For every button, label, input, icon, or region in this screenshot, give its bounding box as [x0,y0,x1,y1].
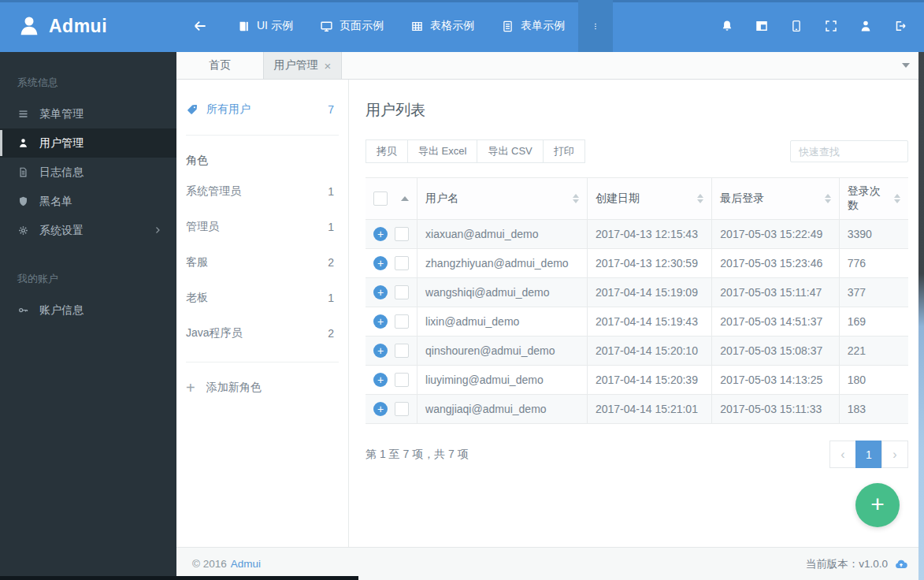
role-item[interactable]: 老板 1 [186,280,339,315]
column-header-last-login[interactable]: 最后登录 [712,178,839,220]
role-name: 系统管理员 [186,184,241,199]
sidebar-item-blacklist[interactable]: 黑名单 [0,187,176,216]
expand-row-button[interactable] [373,285,388,299]
menu-icon [17,108,29,120]
key-icon [17,304,29,316]
layout-toggle-button[interactable] [744,0,779,52]
table-row[interactable]: xiaxuan@admui_demo 2017-04-13 12:15:43 2… [366,220,908,249]
row-checkbox[interactable] [395,402,409,416]
expand-row-button[interactable] [373,227,388,241]
back-button[interactable] [176,0,224,52]
expand-row-button[interactable] [373,256,388,270]
copy-button[interactable]: 拷贝 [366,139,408,163]
row-checkbox[interactable] [395,256,409,270]
sidebar-item-menu-management[interactable]: 菜单管理 [0,99,176,128]
all-users-item[interactable]: 所有用户 7 [186,97,339,122]
search-input[interactable] [790,140,908,162]
export-csv-button[interactable]: 导出 CSV [477,139,543,163]
fullscreen-button[interactable] [814,0,848,52]
add-user-fab[interactable] [855,483,900,527]
shield-icon [17,195,29,207]
nav-item-label: UI 示例 [257,19,293,33]
role-item[interactable]: 系统管理员 1 [186,173,339,209]
nav-item-table-examples[interactable]: 表格示例 [397,0,488,52]
sort-asc-icon[interactable] [401,196,409,201]
tabs-dropdown-caret-icon[interactable] [902,63,910,68]
tab-label: 用户管理 [274,58,318,72]
pagination-page-1[interactable]: 1 [855,441,882,468]
sidebar-item-account-info[interactable]: 账户信息 [0,296,176,325]
version-text: 当前版本：v1.0.0 [806,557,888,571]
tab-user-management[interactable]: 用户管理 × [263,52,342,79]
bell-icon [720,19,734,33]
expand-row-button[interactable] [373,314,388,329]
topbar-actions [710,0,924,52]
select-all-checkbox[interactable] [373,191,388,206]
logout-icon [893,19,907,33]
window-bottom-edge [0,576,358,580]
row-checkbox[interactable] [395,285,409,299]
cell-created: 2017-04-13 12:30:59 [587,249,711,278]
close-icon[interactable]: × [325,59,332,72]
logout-button[interactable] [883,0,918,52]
app-window: Admui UI 示例 页面示例 [0,0,924,580]
nav-more-button[interactable] [578,0,613,52]
add-role-button[interactable]: + 添加新角色 [186,372,339,403]
notifications-button[interactable] [710,0,744,52]
expand-row-button[interactable] [373,344,388,358]
role-item[interactable]: 客服 2 [186,244,339,280]
profile-button[interactable] [848,0,883,52]
footer-brand-link[interactable]: Admui [231,558,261,570]
brand[interactable]: Admui [0,0,176,52]
sidebar-section-account: 我的账户 [0,266,176,296]
file-icon [17,166,29,178]
role-count: 1 [328,292,339,304]
export-button-group: 拷贝 导出 Excel 导出 CSV 打印 [366,139,585,163]
row-checkbox[interactable] [395,227,409,241]
table-row[interactable]: lixin@admui_demo 2017-04-14 15:19:43 201… [366,307,908,336]
table-info: 第 1 至 7 项，共 7 项 [366,448,469,462]
table-row[interactable]: zhangzhiyuan@admui_demo 2017-04-13 12:30… [366,249,908,278]
role-item[interactable]: 管理员 1 [186,209,339,244]
add-role-label: 添加新角色 [206,381,262,395]
sidebar-item-log-info[interactable]: 日志信息 [0,158,176,187]
nav-item-label: 页面示例 [340,19,384,33]
tab-home[interactable]: 首页 [176,52,263,79]
role-item[interactable]: Java程序员 2 [186,315,339,351]
cloud-upload-icon[interactable] [894,557,908,571]
table-row[interactable]: liuyiming@admui_demo 2017-04-14 15:20:39… [366,366,908,395]
cell-username: lixin@admui_demo [417,307,588,336]
cell-login-count: 776 [839,249,908,278]
footer: © 2016 Admui 当前版本：v1.0.0 [176,547,924,580]
row-checkbox[interactable] [395,344,409,358]
devices-button[interactable] [779,0,814,52]
table-row[interactable]: qinshouren@admui_demo 2017-04-14 15:20:1… [366,336,908,366]
pagination-prev-button[interactable]: ‹ [829,441,856,468]
row-checkbox[interactable] [395,373,409,387]
print-button[interactable]: 打印 [543,139,585,163]
column-header-username[interactable]: 用户名 [417,178,588,220]
cell-username: xiaxuan@admui_demo [417,220,588,249]
table-row[interactable]: wangjiaqi@admui_demo 2017-04-14 15:21:01… [366,395,908,424]
table-row[interactable]: wangshiqi@admui_demo 2017-04-14 15:19:09… [366,278,908,307]
role-count: 2 [328,327,339,340]
role-count: 1 [328,185,339,198]
sidebar-item-label: 菜单管理 [39,107,83,121]
expand-row-button[interactable] [373,373,388,387]
nav-item-form-examples[interactable]: 表单示例 [488,0,578,52]
sidebar-item-system-settings[interactable]: 系统设置 [0,216,176,245]
row-checkbox[interactable] [395,314,409,329]
column-header-created[interactable]: 创建日期 [587,178,711,220]
page-title: 用户列表 [366,100,908,121]
nav-item-page-examples[interactable]: 页面示例 [306,0,397,52]
desktop-edge-strip [918,52,924,580]
sidebar-item-user-management[interactable]: 用户管理 [0,128,176,158]
export-excel-button[interactable]: 导出 Excel [407,139,477,163]
nav-item-ui-examples[interactable]: UI 示例 [224,0,306,52]
main-content: 用户列表 拷贝 导出 Excel 导出 CSV 打印 [349,80,924,547]
monitor-icon [320,20,333,33]
expand-row-button[interactable] [373,402,388,416]
pagination-next-button[interactable]: › [881,441,908,468]
panel-divider [186,362,339,362]
column-header-login-count[interactable]: 登录次数 [839,178,908,220]
